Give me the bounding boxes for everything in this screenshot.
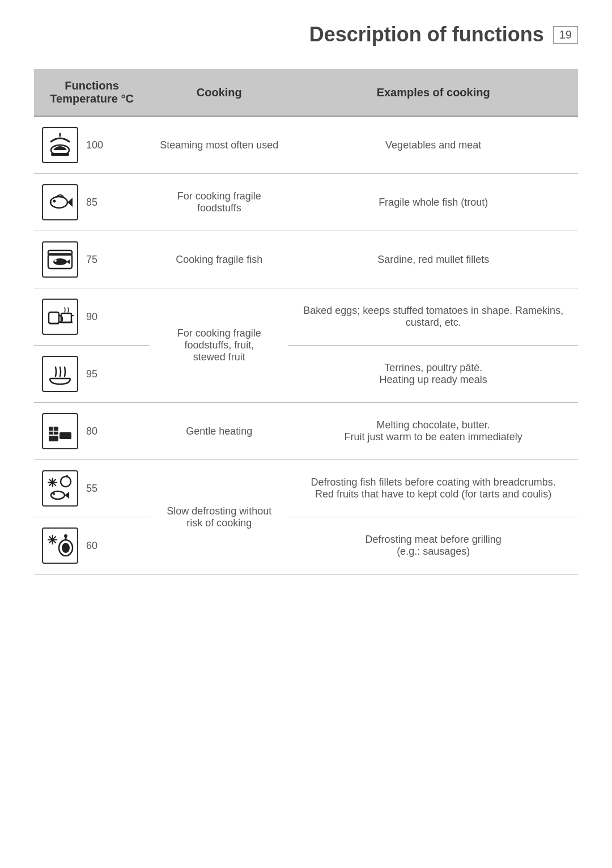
svg-point-3 bbox=[50, 197, 67, 208]
func-cell-2: 85 bbox=[34, 174, 150, 231]
examples-4b: Terrines, poultry pâté.Heating up ready … bbox=[288, 346, 578, 403]
cooking-5: Gentle heating bbox=[150, 403, 288, 460]
fish-box-icon bbox=[42, 241, 78, 278]
func-cell-6a: ✳ 55 bbox=[34, 460, 150, 517]
table-header-row: Functions Temperature °C Cooking Example… bbox=[34, 69, 578, 116]
svg-point-4 bbox=[53, 200, 56, 203]
svg-point-27 bbox=[64, 534, 67, 538]
chocolate-icon bbox=[42, 413, 78, 449]
fish-icon bbox=[42, 184, 78, 220]
star-meat-icon: ✳ bbox=[42, 527, 78, 564]
page-number: 19 bbox=[553, 26, 578, 44]
table-row: 95 Terrines, poultry pâté.Heating up rea… bbox=[34, 346, 578, 403]
examples-1: Vegetables and meat bbox=[288, 116, 578, 174]
temp-6b: 60 bbox=[86, 540, 107, 552]
temp-5: 80 bbox=[86, 426, 107, 437]
examples-4a: Baked eggs; keeps stuffed tomatoes in sh… bbox=[288, 288, 578, 346]
svg-point-7 bbox=[53, 258, 67, 265]
steam-bowl-icon bbox=[42, 356, 78, 392]
table-row: 100 Steaming most often used Vegetables … bbox=[34, 116, 578, 174]
func-cell-6b: ✳ 60 bbox=[34, 517, 150, 575]
svg-rect-2 bbox=[51, 153, 69, 156]
table-row: 90 For cooking fragilefoodstuffs, fruit,… bbox=[34, 288, 578, 346]
col-header-functions: Functions Temperature °C bbox=[34, 69, 150, 116]
table-row: 75 Cooking fragile fish Sardine, red mul… bbox=[34, 231, 578, 288]
examples-3: Sardine, red mullet fillets bbox=[288, 231, 578, 288]
svg-rect-15 bbox=[49, 436, 58, 441]
examples-5: Melting chocolate, butter.Fruit just war… bbox=[288, 403, 578, 460]
cooking-6: Slow defrosting withoutrisk of cooking bbox=[150, 460, 288, 575]
svg-point-22 bbox=[53, 493, 55, 495]
temp-4a: 90 bbox=[86, 311, 107, 323]
svg-text:✳: ✳ bbox=[47, 476, 58, 490]
table-row: 85 For cooking fragilefoodstuffs Fragile… bbox=[34, 174, 578, 231]
svg-point-21 bbox=[51, 491, 65, 499]
svg-rect-6 bbox=[48, 250, 72, 255]
table-row: ✳ 55 Slow defrosting withoutri bbox=[34, 460, 578, 517]
cooking-4: For cooking fragilefoodstuffs, fruit,ste… bbox=[150, 288, 288, 403]
svg-rect-16 bbox=[60, 432, 71, 439]
temp-1: 100 bbox=[86, 139, 107, 151]
cup-pot-icon bbox=[42, 299, 78, 335]
svg-point-8 bbox=[54, 259, 57, 262]
cooking-2: For cooking fragilefoodstuffs bbox=[150, 174, 288, 231]
func-cell-4b: 95 bbox=[34, 346, 150, 403]
col-header-cooking: Cooking bbox=[150, 69, 288, 116]
svg-point-25 bbox=[62, 543, 70, 553]
func-cell-1: 100 bbox=[34, 116, 150, 174]
functions-table: Functions Temperature °C Cooking Example… bbox=[34, 69, 578, 575]
svg-text:✳: ✳ bbox=[47, 533, 58, 547]
temp-3: 75 bbox=[86, 254, 107, 266]
svg-rect-9 bbox=[49, 312, 59, 324]
cooking-3: Cooking fragile fish bbox=[150, 231, 288, 288]
func-cell-3: 75 bbox=[34, 231, 150, 288]
examples-6a: Defrosting fish fillets before coating w… bbox=[288, 460, 578, 517]
cooking-1: Steaming most often used bbox=[150, 116, 288, 174]
temp-6a: 55 bbox=[86, 483, 107, 495]
func-cell-5: 80 bbox=[34, 403, 150, 460]
svg-point-20 bbox=[61, 476, 71, 487]
col-header-examples: Examples of cooking bbox=[288, 69, 578, 116]
table-row: 80 Gentle heating Melting chocolate, but… bbox=[34, 403, 578, 460]
temp-4b: 95 bbox=[86, 368, 107, 380]
func-cell-4a: 90 bbox=[34, 288, 150, 346]
page-title: Description of functions bbox=[309, 23, 544, 46]
temp-2: 85 bbox=[86, 197, 107, 209]
table-row: ✳ 60 Defrosting meat before grilling(e.g… bbox=[34, 517, 578, 575]
examples-6b: Defrosting meat before grilling(e.g.: sa… bbox=[288, 517, 578, 575]
page-header: Description of functions 19 bbox=[34, 23, 578, 46]
steam-icon bbox=[42, 127, 78, 163]
examples-2: Fragile whole fish (trout) bbox=[288, 174, 578, 231]
star-fish-icon: ✳ bbox=[42, 470, 78, 507]
